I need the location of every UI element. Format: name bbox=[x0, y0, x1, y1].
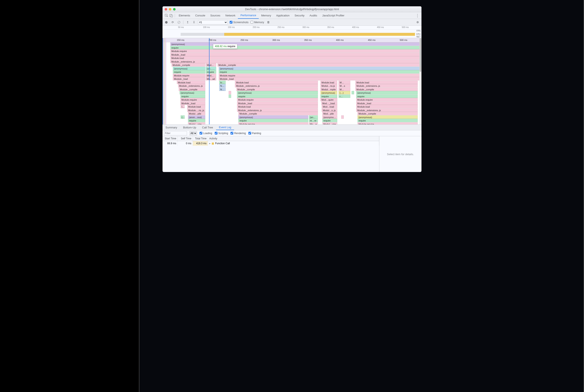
clear-button[interactable] bbox=[177, 20, 181, 24]
window-titlebar[interactable]: DevTools - chrome-extension://aeblfdkhhh… bbox=[162, 6, 422, 12]
filter-input[interactable] bbox=[164, 131, 187, 135]
flame-block[interactable]: Modul…uire bbox=[322, 122, 337, 125]
flame-block[interactable]: Mod…_load bbox=[321, 102, 337, 105]
flame-block[interactable]: Module.load bbox=[235, 81, 318, 84]
flame-block[interactable]: (anonymous) bbox=[180, 91, 205, 94]
flame-block[interactable]: Module.require bbox=[219, 74, 422, 77]
flame-block[interactable]: (anonymous) bbox=[219, 67, 422, 70]
memory-checkbox[interactable]: Memory bbox=[250, 21, 264, 24]
flame-block[interactable]: (… bbox=[181, 115, 184, 119]
recording-select[interactable]: #1 bbox=[198, 20, 228, 24]
flame-block[interactable]: Module._compile bbox=[172, 63, 205, 66]
flame-chart[interactable]: 150 ms200 ms250 ms300 ms350 ms400 ms450 … bbox=[162, 38, 422, 124]
flame-block[interactable]: Module._extensions..js bbox=[356, 108, 418, 112]
flame-block[interactable]: (anonymous) bbox=[358, 115, 418, 119]
flame-block[interactable]: Module._compile bbox=[358, 112, 418, 115]
flame-block[interactable]: Module._compile bbox=[238, 112, 318, 115]
flame-block[interactable]: lo…e bbox=[219, 81, 226, 84]
flame-block[interactable]: Module._extensions..js bbox=[178, 84, 205, 87]
flame-block[interactable]: Module._load bbox=[356, 102, 418, 105]
table-row[interactable]: 88.9 ms 0 ms 419.3 ms ▸Function Call bbox=[162, 141, 379, 146]
bottom-tab-call-tree[interactable]: Call Tree bbox=[199, 125, 216, 130]
tab-console[interactable]: Console bbox=[193, 12, 208, 19]
timeline-overview[interactable]: 50 ms100 ms150 ms200 ms250 ms300 ms350 m… bbox=[162, 26, 422, 38]
loading-checkbox[interactable]: Loading bbox=[200, 132, 212, 135]
painting-checkbox[interactable]: Painting bbox=[248, 132, 261, 135]
flame-block[interactable]: require bbox=[320, 94, 337, 98]
tab-audits[interactable]: Audits bbox=[307, 12, 320, 19]
flame-block[interactable]: require bbox=[356, 94, 418, 98]
flame-block[interactable]: N…e bbox=[219, 88, 226, 91]
flame-block[interactable]: (anon…ous) bbox=[188, 115, 205, 119]
flame-block[interactable]: M… bbox=[338, 88, 350, 91]
flame-block[interactable]: Mod…ile bbox=[206, 63, 216, 66]
flame-block[interactable]: (anonymous) bbox=[320, 91, 337, 94]
flame-block[interactable]: Module.require bbox=[180, 98, 205, 101]
flame-block[interactable]: Modul…uire bbox=[188, 122, 205, 125]
flame-block[interactable]: Module._extensions..js bbox=[170, 60, 422, 63]
flame-block[interactable]: Module.load bbox=[320, 81, 337, 84]
flame-block[interactable]: Mo…ad bbox=[206, 77, 216, 80]
flame-block[interactable]: Module._compile bbox=[179, 88, 205, 91]
flame-block[interactable]: l… bbox=[181, 105, 184, 108]
flame-block[interactable]: Module.require bbox=[237, 98, 318, 101]
flame-block[interactable]: require bbox=[206, 70, 216, 74]
flame-block[interactable]: Module.load bbox=[355, 81, 418, 84]
flame-block[interactable]: Mo…e bbox=[309, 122, 318, 125]
scripting-checkbox[interactable]: Scripting bbox=[215, 132, 228, 135]
flame-block[interactable]: M…s bbox=[338, 84, 350, 87]
screenshots-checkbox[interactable]: Screenshots bbox=[230, 21, 248, 24]
flame-block[interactable]: Module._extensions..js bbox=[237, 108, 318, 112]
event-log-table[interactable]: Start Time Self Time Total Time Activity… bbox=[162, 136, 379, 172]
trash-icon[interactable]: 🗑︎ bbox=[266, 20, 270, 24]
flame-block[interactable]: Module.require bbox=[358, 122, 418, 125]
flame-block[interactable]: Module._load bbox=[170, 53, 422, 56]
flame-block[interactable] bbox=[229, 91, 231, 94]
tab-memory[interactable]: Memory bbox=[259, 12, 274, 19]
flame-block[interactable]: require bbox=[180, 94, 205, 98]
overview-ruler[interactable]: 50 ms100 ms150 ms200 ms250 ms300 ms350 m… bbox=[162, 26, 422, 30]
flame-block[interactable]: Module.load bbox=[177, 81, 205, 84]
flame-block[interactable]: require bbox=[238, 119, 308, 122]
flame-block[interactable] bbox=[341, 115, 344, 119]
flame-block[interactable]: M… bbox=[338, 81, 350, 84]
flame-block[interactable]: Module.…ns..js bbox=[187, 108, 205, 112]
more-icon[interactable]: ⋮ bbox=[415, 13, 420, 18]
flame-block[interactable]: Module.load bbox=[356, 105, 418, 108]
flame-block[interactable] bbox=[352, 91, 354, 94]
flame-block[interactable]: r… bbox=[338, 94, 350, 98]
scope-select[interactable]: All bbox=[190, 131, 197, 135]
device-icon[interactable] bbox=[169, 13, 174, 18]
flame-block[interactable]: Module._load bbox=[237, 102, 318, 105]
flame-block[interactable]: Module._load bbox=[219, 77, 422, 80]
tab-network[interactable]: Network bbox=[223, 12, 238, 19]
flame-block[interactable]: Module._compile bbox=[355, 88, 418, 91]
flame-block[interactable]: require bbox=[173, 70, 205, 74]
flame-block[interactable]: Mod…load bbox=[322, 105, 337, 108]
tab-application[interactable]: Application bbox=[274, 12, 292, 19]
flame-block[interactable]: (an…us) bbox=[206, 67, 216, 70]
flame-block[interactable]: Module._load bbox=[180, 102, 205, 105]
record-button[interactable] bbox=[164, 20, 168, 24]
flame-block[interactable]: require bbox=[322, 119, 337, 122]
bottom-tab-event-log[interactable]: Event Log bbox=[216, 125, 234, 130]
zoom-icon[interactable] bbox=[173, 8, 176, 10]
expand-icon[interactable]: ▸ bbox=[209, 142, 210, 145]
tab-javascript-profiler[interactable]: JavaScript Profiler bbox=[320, 12, 347, 19]
flame-block[interactable]: Mod…ire bbox=[206, 74, 216, 77]
flame-block[interactable]: Modul…ns.js bbox=[320, 84, 337, 87]
minimize-icon[interactable] bbox=[169, 8, 171, 10]
flame-block[interactable]: (an…s) bbox=[309, 115, 318, 119]
bottom-tab-bottom-up[interactable]: Bottom-Up bbox=[180, 125, 199, 130]
flame-block[interactable]: Module._load bbox=[173, 77, 205, 80]
flame-ruler[interactable]: 150 ms200 ms250 ms300 ms350 ms400 ms450 … bbox=[162, 38, 422, 42]
tab-security[interactable]: Security bbox=[292, 12, 307, 19]
flame-block[interactable]: (…) bbox=[338, 91, 350, 94]
flame-block[interactable]: Module.require bbox=[238, 122, 308, 125]
flame-block[interactable]: Module._extensions..js bbox=[235, 84, 318, 87]
flame-block[interactable]: (anonymous) bbox=[356, 91, 418, 94]
flame-scrollbar[interactable] bbox=[419, 38, 422, 124]
flame-block[interactable]: Module.load bbox=[170, 56, 422, 60]
flame-block[interactable]: Na…r bbox=[219, 84, 226, 87]
flame-block[interactable]: require bbox=[358, 119, 418, 122]
